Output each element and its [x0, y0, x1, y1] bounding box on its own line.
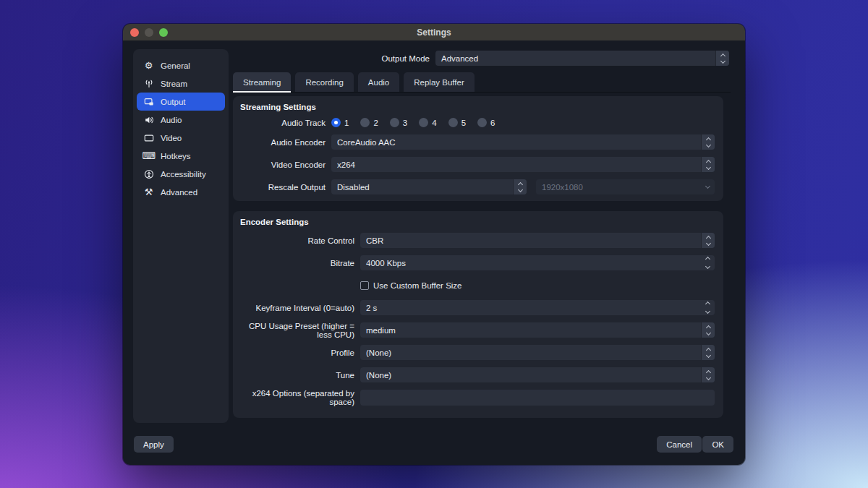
- rescale-output-label: Rescale Output: [240, 183, 331, 192]
- video-encoder-label: Video Encoder: [240, 160, 331, 169]
- sidebar-item-label: Video: [161, 134, 182, 142]
- tab-replay-buffer[interactable]: Replay Buffer: [404, 72, 474, 92]
- sidebar-item-output[interactable]: Output: [137, 93, 225, 111]
- sidebar-item-hotkeys[interactable]: ⌨ Hotkeys: [137, 147, 225, 165]
- chevron-updown-icon[interactable]: [715, 51, 729, 66]
- cpu-preset-label: CPU Usage Preset (higher = less CPU): [240, 322, 360, 339]
- keyframe-interval-spinbox[interactable]: 2 s: [360, 300, 715, 315]
- radio-track-5[interactable]: 5: [448, 118, 466, 127]
- tune-select[interactable]: (None): [360, 367, 715, 382]
- chevron-updown-icon[interactable]: [701, 345, 715, 360]
- chevron-updown-icon[interactable]: [701, 367, 715, 382]
- profile-label: Profile: [240, 348, 360, 357]
- sidebar-item-label: Advanced: [161, 188, 197, 197]
- sidebar-item-label: Stream: [161, 80, 187, 88]
- sidebar-item-label: Accessibility: [161, 170, 206, 179]
- sidebar-item-video[interactable]: Video: [137, 129, 225, 147]
- x264-options-input[interactable]: [360, 390, 715, 406]
- audio-encoder-label: Audio Encoder: [240, 138, 331, 147]
- chevron-updown-icon[interactable]: [701, 233, 715, 248]
- cpu-preset-row: CPU Usage Preset (higher = less CPU) med…: [240, 322, 715, 338]
- checkbox-icon[interactable]: [360, 281, 369, 290]
- rate-control-row: Rate Control CBR: [240, 233, 715, 248]
- audio-encoder-row: Audio Encoder CoreAudio AAC: [240, 134, 715, 150]
- output-tabs: Streaming Recording Audio Replay Buffer: [233, 72, 731, 93]
- group-title: Encoder Settings: [240, 218, 715, 226]
- tab-recording[interactable]: Recording: [295, 72, 353, 92]
- tune-label: Tune: [240, 371, 360, 380]
- sidebar-item-advanced[interactable]: ⚒ Advanced: [137, 183, 225, 201]
- apply-button[interactable]: Apply: [134, 436, 174, 453]
- audio-encoder-select[interactable]: CoreAudio AAC: [331, 134, 715, 150]
- sidebar: ⚙ General Stream Output Audio Video: [133, 49, 229, 423]
- output-icon: [143, 96, 154, 107]
- chevron-updown-icon[interactable]: [701, 322, 715, 338]
- sidebar-item-label: General: [161, 61, 190, 70]
- rate-control-select[interactable]: CBR: [360, 233, 715, 248]
- rescale-output-select[interactable]: Disabled: [331, 179, 527, 194]
- sidebar-item-label: Audio: [161, 116, 182, 124]
- x264-options-label: x264 Options (separated by space): [240, 389, 360, 406]
- tools-icon: ⚒: [143, 187, 154, 197]
- cancel-button[interactable]: Cancel: [657, 436, 702, 453]
- use-custom-buffer-checkbox[interactable]: Use Custom Buffer Size: [360, 281, 462, 290]
- traffic-lights: [130, 24, 168, 40]
- chevron-updown-icon[interactable]: [701, 157, 715, 172]
- chevron-down-icon: [701, 179, 715, 194]
- group-title: Streaming Settings: [240, 103, 715, 111]
- profile-row: Profile (None): [240, 345, 715, 360]
- close-window-icon[interactable]: [130, 28, 139, 37]
- profile-select[interactable]: (None): [360, 345, 715, 360]
- keyboard-icon: ⌨: [143, 150, 154, 161]
- keyframe-interval-label: Keyframe Interval (0=auto): [240, 304, 360, 312]
- titlebar[interactable]: Settings: [123, 24, 745, 40]
- radio-track-6[interactable]: 6: [477, 118, 495, 127]
- tab-audio[interactable]: Audio: [358, 72, 399, 92]
- chevron-updown-icon[interactable]: [513, 179, 527, 194]
- video-encoder-row: Video Encoder x264: [240, 157, 715, 172]
- bitrate-spinbox[interactable]: 4000 Kbps: [360, 255, 715, 270]
- bitrate-row: Bitrate 4000 Kbps: [240, 255, 715, 270]
- sidebar-item-accessibility[interactable]: Accessibility: [137, 165, 225, 183]
- sidebar-item-general[interactable]: ⚙ General: [137, 56, 225, 74]
- window-title: Settings: [417, 27, 451, 38]
- speaker-icon: [143, 114, 154, 125]
- video-encoder-select[interactable]: x264: [331, 157, 715, 172]
- radio-track-2[interactable]: 2: [360, 118, 378, 127]
- tune-row: Tune (None): [240, 367, 715, 382]
- output-mode-label: Output Mode: [233, 54, 435, 63]
- output-settings-panel: Output Mode Advanced Streaming Recording…: [233, 49, 731, 421]
- radio-track-1[interactable]: 1: [331, 118, 349, 127]
- tab-streaming[interactable]: Streaming: [233, 72, 291, 92]
- streaming-settings-group: Streaming Settings Audio Track 1 2 3 4 5…: [233, 96, 723, 201]
- minimize-window-icon[interactable]: [145, 28, 153, 37]
- antenna-icon: [143, 78, 154, 89]
- bitrate-label: Bitrate: [240, 259, 360, 267]
- x264-options-row: x264 Options (separated by space): [240, 390, 715, 405]
- audio-track-radios: 1 2 3 4 5 6: [331, 118, 501, 127]
- audio-track-row: Audio Track 1 2 3 4 5 6: [240, 118, 715, 127]
- sidebar-item-label: Hotkeys: [161, 152, 191, 160]
- accessibility-icon: [143, 168, 154, 179]
- encoder-settings-group: Encoder Settings Rate Control CBR Bitrat…: [233, 211, 723, 418]
- radio-track-3[interactable]: 3: [390, 118, 407, 127]
- cpu-preset-select[interactable]: medium: [360, 322, 715, 338]
- zoom-window-icon[interactable]: [159, 28, 168, 37]
- audio-track-label: Audio Track: [240, 119, 331, 127]
- chevron-updown-icon[interactable]: [701, 134, 715, 150]
- monitor-icon: [143, 132, 154, 143]
- spinner-arrows-icon[interactable]: [701, 300, 715, 315]
- custom-buffer-row: Use Custom Buffer Size: [240, 278, 715, 293]
- sidebar-item-audio[interactable]: Audio: [137, 111, 225, 129]
- gear-icon: ⚙: [143, 60, 154, 71]
- radio-track-4[interactable]: 4: [419, 118, 436, 127]
- rescale-resolution-combo: 1920x1080: [536, 179, 715, 194]
- rescale-output-row: Rescale Output Disabled 1920x1080: [240, 179, 715, 194]
- rate-control-label: Rate Control: [240, 236, 360, 245]
- settings-window: Settings ⚙ General Stream Output Audio: [123, 24, 745, 465]
- sidebar-item-stream[interactable]: Stream: [137, 74, 225, 93]
- output-mode-select[interactable]: Advanced: [435, 51, 729, 66]
- spinner-arrows-icon[interactable]: [701, 255, 715, 270]
- ok-button[interactable]: OK: [702, 436, 733, 453]
- output-mode-row: Output Mode Advanced: [233, 51, 729, 66]
